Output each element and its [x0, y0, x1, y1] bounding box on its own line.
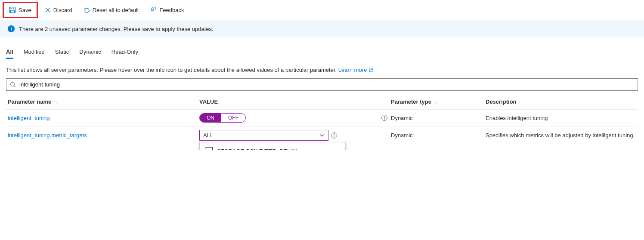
toolbar: Save Discard Reset all to default Feedba…: [0, 0, 644, 20]
close-icon: [45, 7, 51, 13]
toggle-switch[interactable]: ON OFF: [199, 113, 246, 123]
table-row: intelligent_tuning ON OFF i Dynamic Enab…: [6, 110, 638, 126]
tab-all[interactable]: All: [6, 46, 13, 59]
tab-dynamic[interactable]: Dynamic: [79, 46, 101, 59]
param-name-link[interactable]: intelligent_tuning: [8, 115, 50, 121]
reset-label: Reset all to default: [93, 7, 139, 13]
checkbox[interactable]: [205, 147, 213, 150]
col-header-value[interactable]: VALUE: [198, 94, 389, 110]
svg-rect-1: [11, 7, 13, 9]
feedback-icon: [150, 6, 157, 13]
save-button[interactable]: Save: [5, 4, 36, 16]
svg-line-6: [370, 69, 372, 71]
save-highlight-box: Save: [3, 2, 38, 18]
toggle-on: ON: [200, 114, 221, 122]
sort-icon: ↑↓: [51, 100, 57, 105]
chevron-down-icon: [319, 133, 325, 138]
save-label: Save: [19, 7, 31, 13]
svg-line-8: [14, 86, 15, 87]
parameters-table: Parameter name↑↓ VALUE Parameter type↑↓ …: [6, 94, 638, 144]
feedback-label: Feedback: [159, 7, 184, 13]
param-name-link[interactable]: intelligent_tuning.metric_targets: [8, 132, 87, 138]
combo-select[interactable]: ALL: [199, 130, 328, 141]
col-header-desc[interactable]: Description: [484, 94, 638, 110]
sort-icon: ↑↓: [431, 100, 437, 105]
info-icon[interactable]: i: [331, 132, 337, 138]
search-icon: [10, 82, 16, 88]
content-area: All Modified Static Dynamic Read-Only Th…: [0, 37, 644, 150]
param-desc: Specifies which metrics will be adjusted…: [484, 126, 638, 145]
combo-value: ALL: [203, 132, 213, 138]
tab-modified[interactable]: Modified: [24, 46, 45, 59]
table-row: intelligent_tuning.metric_targets ALL i …: [6, 126, 638, 145]
search-input[interactable]: [19, 80, 634, 89]
svg-point-5: [152, 8, 153, 9]
discard-button[interactable]: Discard: [40, 4, 77, 16]
col-header-type[interactable]: Parameter type↑↓: [389, 94, 484, 110]
param-type: Dynamic: [389, 110, 484, 126]
combo-option[interactable]: STORAGE-BGWRITER_DELAY: [200, 144, 345, 150]
learn-more-label: Learn more: [338, 67, 367, 73]
combo-dropdown: STORAGE-BGWRITER_DELAYSTORAGE-CHECKPOINT…: [199, 142, 346, 150]
tab-static[interactable]: Static: [55, 46, 69, 59]
svg-point-7: [11, 82, 15, 86]
param-type: Dynamic: [389, 126, 484, 145]
discard-label: Discard: [53, 7, 72, 13]
learn-more-link[interactable]: Learn more: [338, 67, 373, 73]
tab-readonly[interactable]: Read-Only: [111, 46, 138, 59]
external-link-icon: [368, 68, 373, 73]
save-icon: [9, 6, 16, 13]
description-line: This list shows all server parameters. P…: [6, 67, 638, 73]
feedback-button[interactable]: Feedback: [146, 4, 188, 16]
info-icon: i: [8, 25, 15, 32]
param-desc: Enables intelligent tuning: [484, 110, 638, 126]
reset-icon: [84, 7, 90, 13]
col-header-name[interactable]: Parameter name↑↓: [6, 94, 198, 110]
combo-option-label: STORAGE-BGWRITER_DELAY: [217, 148, 297, 151]
description-text: This list shows all server parameters. P…: [6, 67, 337, 73]
svg-rect-2: [11, 10, 15, 13]
toggle-off: OFF: [221, 114, 245, 122]
search-box[interactable]: [6, 78, 638, 91]
reset-button[interactable]: Reset all to default: [79, 4, 143, 16]
tabs: All Modified Static Dynamic Read-Only: [6, 43, 638, 59]
info-icon[interactable]: i: [381, 115, 387, 121]
info-bar: i There are 2 unsaved parameter changes.…: [0, 20, 644, 37]
info-message: There are 2 unsaved parameter changes. P…: [19, 26, 214, 32]
